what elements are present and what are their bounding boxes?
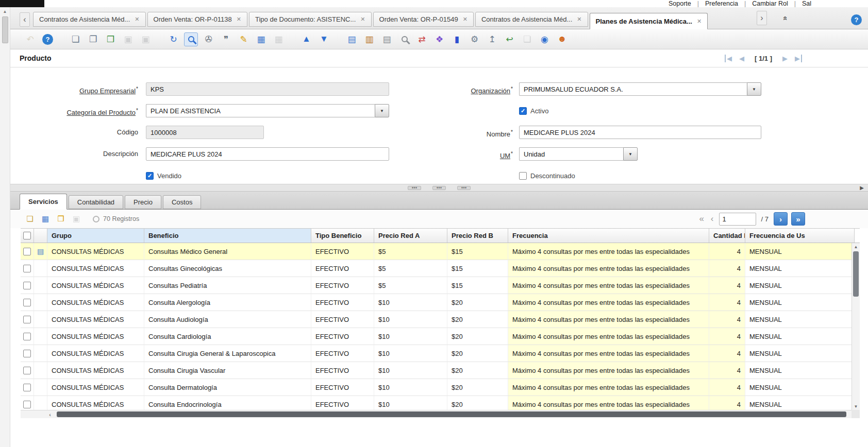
row-checkbox[interactable] (23, 248, 31, 255)
close-tab-icon[interactable]: ✕ (697, 18, 702, 25)
return-icon[interactable]: ↩ (503, 32, 516, 46)
topbar-link-2[interactable]: Cambiar Rol (752, 0, 788, 7)
close-tab-icon[interactable]: ✕ (135, 16, 139, 23)
row-checkbox[interactable] (23, 265, 31, 272)
window-tab-2[interactable]: Tipo de Documento: ASISTENC...✕ (249, 12, 372, 27)
show-all-windows-icon[interactable]: » (778, 11, 790, 25)
column-header-precio-red-b[interactable]: Precio Red B (447, 229, 508, 243)
row-checkbox[interactable] (23, 384, 31, 391)
table-row[interactable]: ▤CONSULTAS MÉDICASConsultas Médico Gener… (21, 243, 860, 260)
grid-vertical-scrollbar[interactable]: ▲ ▼ (852, 243, 860, 410)
delete-record-icon[interactable]: ❒ (104, 32, 118, 46)
workflow-activities-icon[interactable]: ▤ (345, 32, 359, 46)
splitter-grip[interactable]: ••• (432, 186, 446, 190)
close-tab-icon[interactable]: ✕ (360, 16, 365, 23)
next-record-icon[interactable]: ▶ (782, 55, 788, 62)
chat-icon[interactable]: ❞ (219, 32, 233, 46)
table-row[interactable]: CONSULTAS MÉDICASConsulta CardiologíaEFE… (21, 328, 860, 345)
parent-record-icon[interactable]: ▲ (299, 32, 313, 46)
table-row[interactable]: CONSULTAS MÉDICASConsultas PediatríaEFEC… (21, 277, 860, 294)
column-header-tipo-beneficio[interactable]: Tipo Beneficio (311, 229, 374, 243)
save-rows-icon[interactable]: ▣ (70, 213, 82, 225)
left-scrollbar-thumb[interactable] (2, 16, 8, 43)
page-number-input[interactable] (719, 213, 756, 226)
save-icon[interactable]: ▣ (121, 32, 135, 46)
close-tab-icon[interactable]: ✕ (237, 16, 241, 23)
column-header-grupo[interactable]: Grupo (47, 229, 144, 243)
previous-record-icon[interactable]: ◀ (739, 55, 744, 62)
table-row[interactable]: CONSULTAS MÉDICASConsulta DermatologíaEF… (21, 379, 860, 396)
previous-page-icon[interactable]: ‹ (709, 214, 715, 224)
copy-record-icon[interactable]: ❐ (86, 32, 100, 46)
process-icon[interactable]: ⚙ (468, 32, 481, 46)
grid-horizontal-scrollbar[interactable]: ‹ (21, 410, 852, 418)
organizacion-input[interactable] (519, 82, 747, 96)
left-scrollbar[interactable]: ▲ (0, 7, 10, 447)
find-icon[interactable] (184, 32, 198, 46)
table-row[interactable]: CONSULTAS MÉDICASConsultas Ginecológicas… (21, 260, 860, 277)
grupo-empresarial-field[interactable] (146, 82, 389, 96)
grid-vscroll-thumb[interactable] (853, 251, 859, 297)
tab-scroll-left-icon[interactable]: ‹ (20, 12, 30, 27)
detail-tab-servicios[interactable]: Servicios (20, 194, 67, 210)
row-checkbox[interactable] (23, 333, 31, 340)
column-header-precio-red-a[interactable]: Precio Red A (374, 229, 447, 243)
close-tab-icon[interactable]: ✕ (463, 16, 468, 23)
grid-toggle-icon[interactable]: ▦ (272, 32, 286, 46)
help-icon[interactable]: ? (41, 32, 55, 46)
scroll-up-icon[interactable]: ▲ (852, 243, 860, 251)
print-icon[interactable]: ▤ (380, 32, 394, 46)
scroll-left-icon[interactable]: ‹ (45, 410, 55, 418)
row-checkbox[interactable] (23, 350, 31, 357)
table-row[interactable]: CONSULTAS MÉDICASConsulta AlergologíaEFE… (21, 294, 860, 311)
nombre-field[interactable] (519, 126, 761, 139)
window-tab-5[interactable]: Planes de Asistencia Médica...✕ (590, 13, 708, 29)
detail-tab-contabilidad[interactable]: Contabilidad (69, 195, 123, 209)
info-panel-icon[interactable]: ▦ (254, 32, 268, 46)
scroll-up-icon[interactable]: ▲ (0, 7, 10, 15)
categoria-dropdown-button[interactable]: ▼ (375, 104, 389, 117)
first-page-icon[interactable]: « (697, 214, 705, 224)
vendido-checkbox[interactable] (146, 172, 154, 180)
last-record-icon[interactable]: ▶ (795, 55, 802, 62)
window-tab-0[interactable]: Contratos de Asistencia Méd...✕ (33, 12, 146, 27)
import-icon[interactable]: ⇄ (415, 32, 429, 46)
tab-scroll-right-icon[interactable]: › (757, 11, 767, 25)
row-checkbox[interactable] (23, 367, 31, 374)
export-icon[interactable]: ↥ (485, 32, 499, 46)
attachment-icon[interactable]: ✇ (202, 32, 215, 46)
request-icon[interactable]: ✎ (237, 32, 251, 46)
row-edit-icon[interactable]: ▤ (37, 247, 44, 255)
row-checkbox[interactable] (23, 316, 31, 323)
splitter-grip[interactable]: ••• (408, 186, 421, 190)
notebook-icon[interactable]: ▮ (450, 32, 464, 46)
descripcion-field[interactable] (146, 147, 389, 161)
row-checkbox[interactable] (23, 401, 31, 408)
selection-circle-icon[interactable] (93, 216, 99, 222)
new-record-icon[interactable]: ❏ (69, 32, 82, 46)
splitter[interactable]: ••• ••• ••• ▶ (10, 184, 868, 192)
next-page-button[interactable]: › (774, 212, 788, 226)
web-icon[interactable]: ◉ (538, 32, 552, 46)
undo-icon[interactable]: ↶ (23, 32, 37, 46)
grupo-empresarial-label[interactable]: Grupo Empresarial* (21, 82, 138, 98)
topbar-link-1[interactable]: Preferencia (705, 0, 738, 7)
activo-checkbox[interactable] (519, 107, 527, 115)
detail-tab-costos[interactable]: Costos (163, 195, 201, 209)
table-row[interactable]: CONSULTAS MÉDICASConsulta AudiologíaEFEC… (21, 311, 860, 328)
window-tab-3[interactable]: Orden Venta: OR-P-01549✕ (373, 12, 474, 27)
refresh-icon[interactable]: ↻ (166, 32, 180, 46)
first-record-icon[interactable]: ◀ (725, 55, 732, 62)
last-page-button[interactable]: » (791, 212, 805, 226)
save-create-icon[interactable]: ▣ (139, 32, 153, 46)
workflow-icon[interactable]: ❖ (432, 32, 446, 46)
splitter-expand-icon[interactable]: ▶ (860, 185, 864, 191)
organizacion-label[interactable]: Organización* (402, 82, 513, 98)
scroll-down-icon[interactable]: ▼ (852, 403, 860, 410)
user-icon[interactable]: ☻ (555, 32, 569, 46)
column-header-beneficio[interactable]: Beneficio (144, 229, 311, 243)
row-checkbox[interactable] (23, 299, 31, 306)
grid-hscroll-thumb[interactable] (57, 411, 846, 417)
topbar-link-3[interactable]: Sal (802, 0, 811, 7)
organizacion-dropdown-button[interactable]: ▼ (747, 82, 761, 96)
